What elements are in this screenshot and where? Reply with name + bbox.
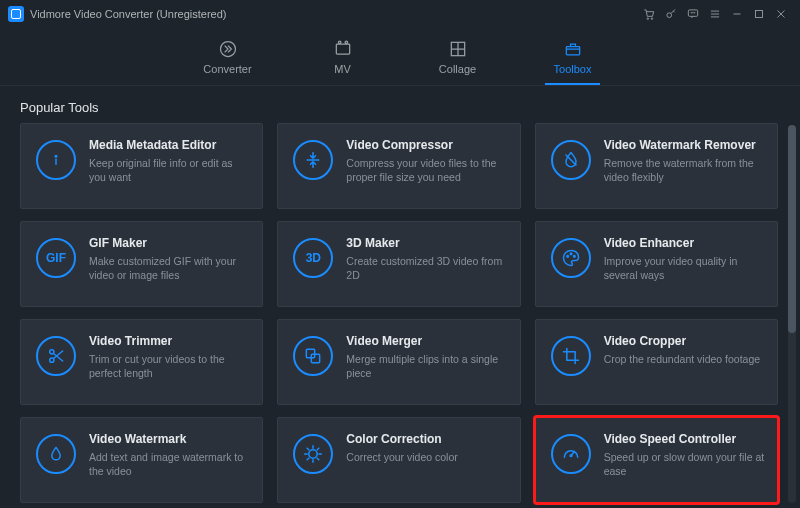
tab-label: Toolbox — [554, 63, 592, 75]
main-tabs: Converter MV Collage Toolbox — [0, 28, 800, 86]
cart-icon[interactable] — [638, 3, 660, 25]
svg-point-2 — [667, 13, 672, 18]
tool-card[interactable]: Video Speed ControllerSpeed up or slow d… — [535, 417, 778, 503]
tool-title: Video Enhancer — [604, 236, 765, 250]
key-icon[interactable] — [660, 3, 682, 25]
tool-card[interactable]: GIFGIF MakerMake customized GIF with you… — [20, 221, 263, 307]
svg-point-5 — [693, 13, 694, 14]
color-icon — [293, 434, 333, 474]
close-button[interactable] — [770, 3, 792, 25]
tab-collage[interactable]: Collage — [430, 39, 485, 85]
toolbox-icon — [563, 39, 583, 59]
tool-card[interactable]: Video EnhancerImprove your video quality… — [535, 221, 778, 307]
palette-icon — [551, 238, 591, 278]
tool-desc: Crop the redundant video footage — [604, 352, 765, 366]
section-title: Popular Tools — [0, 86, 800, 123]
tool-card[interactable]: 3D3D MakerCreate customized 3D video fro… — [277, 221, 520, 307]
tool-card[interactable]: Video Watermark RemoverRemove the waterm… — [535, 123, 778, 209]
svg-rect-21 — [312, 354, 320, 362]
svg-point-10 — [338, 41, 341, 44]
tool-desc: Keep original file info or edit as you w… — [89, 156, 250, 184]
svg-point-22 — [309, 450, 317, 458]
app-logo-icon — [8, 6, 24, 22]
tab-converter[interactable]: Converter — [200, 39, 255, 85]
droplet-icon — [551, 140, 591, 180]
tool-title: 3D Maker — [346, 236, 507, 250]
compress-icon — [293, 140, 333, 180]
svg-point-6 — [694, 13, 695, 14]
tool-title: Video Speed Controller — [604, 432, 765, 446]
svg-point-0 — [647, 18, 649, 20]
tool-desc: Speed up or slow down your file at ease — [604, 450, 765, 478]
tab-mv[interactable]: MV — [315, 39, 370, 85]
info-icon — [36, 140, 76, 180]
3d-icon: 3D — [293, 238, 333, 278]
tab-label: Collage — [439, 63, 476, 75]
converter-icon — [218, 39, 238, 59]
svg-point-4 — [691, 13, 692, 14]
tool-card[interactable]: Video TrimmerTrim or cut your videos to … — [20, 319, 263, 405]
tool-card[interactable]: Video CropperCrop the redundant video fo… — [535, 319, 778, 405]
svg-point-1 — [651, 18, 653, 20]
svg-point-14 — [55, 155, 57, 157]
tool-title: Video Trimmer — [89, 334, 250, 348]
minimize-button[interactable] — [726, 3, 748, 25]
tool-title: GIF Maker — [89, 236, 250, 250]
tool-card[interactable]: Video MergerMerge multiple clips into a … — [277, 319, 520, 405]
tool-title: Media Metadata Editor — [89, 138, 250, 152]
tool-desc: Trim or cut your videos to the perfect l… — [89, 352, 250, 380]
svg-point-11 — [345, 41, 348, 44]
svg-rect-7 — [756, 11, 763, 18]
svg-point-15 — [566, 256, 568, 258]
menu-icon[interactable] — [704, 3, 726, 25]
water-icon — [36, 434, 76, 474]
merge-icon — [293, 336, 333, 376]
tool-desc: Add text and image watermark to the vide… — [89, 450, 250, 478]
tab-label: MV — [334, 63, 351, 75]
feedback-icon[interactable] — [682, 3, 704, 25]
tool-desc: Remove the watermark from the video flex… — [604, 156, 765, 184]
tools-grid: Media Metadata EditorKeep original file … — [0, 123, 788, 508]
tool-title: Video Merger — [346, 334, 507, 348]
tool-card[interactable]: Media Metadata EditorKeep original file … — [20, 123, 263, 209]
scissors-icon — [36, 336, 76, 376]
tool-card[interactable]: Video CompressorCompress your video file… — [277, 123, 520, 209]
collage-icon — [448, 39, 468, 59]
svg-point-17 — [573, 256, 575, 258]
speed-icon — [551, 434, 591, 474]
tool-title: Color Correction — [346, 432, 507, 446]
maximize-button[interactable] — [748, 3, 770, 25]
tool-desc: Improve your video quality in several wa… — [604, 254, 765, 282]
tab-toolbox[interactable]: Toolbox — [545, 39, 600, 85]
tool-desc: Compress your video files to the proper … — [346, 156, 507, 184]
svg-point-16 — [570, 253, 572, 255]
mv-icon — [333, 39, 353, 59]
svg-rect-9 — [336, 44, 349, 54]
tool-desc: Merge multiple clips into a single piece — [346, 352, 507, 380]
tool-title: Video Compressor — [346, 138, 507, 152]
tool-card[interactable]: Color CorrectionCorrect your video color — [277, 417, 520, 503]
tab-label: Converter — [203, 63, 251, 75]
app-title: Vidmore Video Converter (Unregistered) — [30, 8, 226, 20]
tool-card[interactable]: Video WatermarkAdd text and image waterm… — [20, 417, 263, 503]
tool-desc: Make customized GIF with your video or i… — [89, 254, 250, 282]
svg-point-23 — [570, 455, 572, 457]
svg-rect-13 — [566, 47, 579, 55]
tool-title: Video Watermark — [89, 432, 250, 446]
titlebar: Vidmore Video Converter (Unregistered) — [0, 0, 800, 28]
tool-title: Video Cropper — [604, 334, 765, 348]
svg-rect-20 — [307, 349, 315, 357]
tool-title: Video Watermark Remover — [604, 138, 765, 152]
gif-icon: GIF — [36, 238, 76, 278]
tool-desc: Correct your video color — [346, 450, 507, 464]
scrollbar[interactable] — [788, 125, 796, 503]
tool-desc: Create customized 3D video from 2D — [346, 254, 507, 282]
crop-icon — [551, 336, 591, 376]
scroll-thumb[interactable] — [788, 125, 796, 333]
